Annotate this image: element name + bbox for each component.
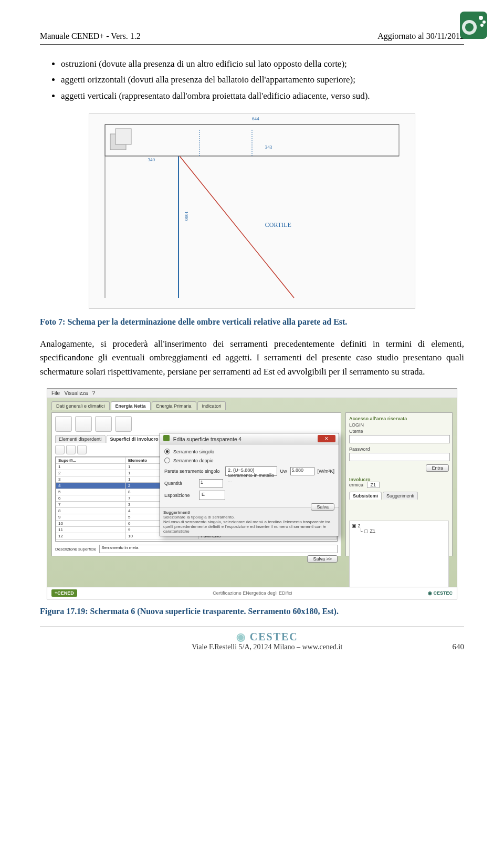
menu-file[interactable]: File — [51, 390, 60, 396]
sugg-text: Nel caso di serramento singolo, selezion… — [163, 520, 335, 534]
dialog-icon — [163, 435, 170, 441]
zona-label: ermica — [349, 482, 363, 487]
password-input[interactable] — [349, 453, 450, 461]
cened-logo-icon — [459, 11, 488, 40]
toolbar-icon[interactable] — [115, 416, 132, 432]
body-paragraph: Analogamente, si procederà all'inserimen… — [40, 337, 464, 379]
bullet-list: ostruzioni (dovute alla presenza di un a… — [40, 57, 464, 103]
tab-indicatori[interactable]: Indicatori — [197, 401, 226, 410]
doc-title: Manuale CENED+ - Vers. 1.2 — [40, 32, 141, 41]
main-tabs: Dati generali e climatici Energia Netta … — [47, 398, 457, 410]
table-cell: 6 — [56, 495, 126, 502]
dimension-label: 644 — [252, 116, 259, 121]
tab-dati-generali[interactable]: Dati generali e climatici — [51, 401, 110, 410]
radio-serramento-doppio[interactable] — [164, 458, 170, 463]
page-footer: ◉ CESTEC Viale F.Restelli 5/A, 20124 Mil… — [40, 630, 464, 651]
toolbar-icon[interactable] — [75, 416, 92, 432]
sugg-title: Suggerimenti — [163, 510, 335, 515]
table-cell: 3 — [56, 476, 126, 483]
statusbar-text: Certificazione ENergetica degli EDifici — [213, 590, 292, 596]
svg-point-2 — [465, 23, 474, 32]
esposizione-select[interactable]: E — [199, 491, 225, 500]
bullet-item: aggetti orizzontali (dovuti alla presenz… — [61, 73, 464, 87]
desc-label: Descrizione superficie — [55, 547, 96, 552]
subtab-superfici[interactable]: Superfici di involucro — [107, 435, 162, 443]
svg-point-5 — [480, 24, 484, 27]
accesso-label: Accesso all'area riservata — [349, 416, 449, 421]
utente-input[interactable] — [349, 435, 450, 443]
table-cell: 11 — [56, 527, 126, 533]
quantita-input[interactable]: 1 — [199, 479, 223, 487]
desc-input[interactable]: Serramento in meta — [99, 545, 338, 553]
cened-badge: +CENED — [51, 589, 77, 597]
salva-button[interactable]: Salva — [311, 503, 334, 511]
quantita-label: Quantità — [164, 481, 196, 486]
uw-value: 5.880 — [290, 467, 314, 475]
tree-root[interactable]: 2 — [358, 523, 361, 528]
table-cell: 5 — [56, 489, 126, 495]
dimension-label: 1000 — [184, 211, 189, 221]
parete-select[interactable]: 2. (U=5.880) Serramento in metallo ... — [225, 466, 277, 476]
right-panel: Accesso all'area riservata LOGIN Utente … — [345, 412, 453, 556]
delete-icon[interactable] — [77, 445, 87, 454]
bullet-item: ostruzioni (dovute alla presenza di un a… — [61, 57, 464, 71]
dimension-label: 343 — [265, 144, 272, 150]
esposizione-label: Esposizione — [164, 493, 196, 498]
table-cell: 10 — [56, 521, 126, 527]
subtab-subsistemi[interactable]: Subsistemi — [349, 492, 382, 500]
close-icon[interactable]: ✕ — [318, 435, 335, 442]
subtab-suggerimenti[interactable]: Suggerimenti — [383, 492, 418, 500]
page-number: 640 — [453, 642, 465, 651]
utente-label: Utente — [349, 429, 449, 434]
col-superficie[interactable]: Superfi... — [56, 458, 126, 464]
uw-unit: [W/m²K] — [318, 469, 335, 474]
status-bar: +CENED Certificazione ENergetica degli E… — [47, 587, 457, 599]
bullet-item: aggetti verticali (rappresentato dall'om… — [61, 89, 464, 103]
toolbar-icon[interactable] — [55, 416, 72, 432]
radio-label: Serramento singolo — [173, 449, 214, 454]
footer-rule — [40, 627, 464, 627]
salva-main-button[interactable]: Salva >> — [307, 555, 338, 563]
cestec-logo-icon: ◉ CESTEC — [82, 630, 453, 643]
plan-drawing: CORTILE 644 340 343 1000 — [89, 113, 415, 309]
tab-energia-netta[interactable]: Energia Netta — [111, 401, 151, 410]
password-label: Password — [349, 447, 449, 452]
table-cell: 4 — [56, 483, 126, 489]
page-header: Manuale CENED+ - Vers. 1.2 Aggiornato al… — [40, 32, 464, 41]
table-cell: 7 — [56, 502, 126, 508]
edit-surface-dialog: Edita superficie trasparente 4 ✕ Serrame… — [160, 433, 339, 536]
svg-point-3 — [479, 16, 483, 20]
table-cell: 8 — [56, 508, 126, 514]
header-rule — [40, 44, 464, 45]
svg-point-4 — [482, 20, 486, 24]
toolbar-icon[interactable] — [95, 416, 112, 432]
dialog-title-text: Edita superficie trasparente 4 — [163, 435, 242, 442]
cestec-badge: ◉ CESTEC — [428, 590, 453, 596]
login-label: LOGIN — [349, 422, 449, 428]
uw-label: Uw — [280, 469, 287, 474]
dialog-suggestions: Suggerimenti Selezionare la tipologia di… — [160, 507, 339, 536]
figure-caption: Foto 7: Schema per la determinazione del… — [40, 317, 464, 327]
doc-date: Aggiornato al 30/11/2012 — [377, 32, 464, 41]
menu-help[interactable]: ? — [92, 390, 96, 396]
tree-child[interactable]: Z1 — [370, 528, 375, 534]
dimension-label: 340 — [148, 157, 155, 162]
tab-energia-primaria[interactable]: Energia Primaria — [152, 401, 196, 410]
menu-bar: File Visualizza ? — [47, 389, 457, 398]
footer-address: Viale F.Restelli 5/A, 20124 Milano – www… — [82, 643, 453, 651]
subtab-elementi[interactable]: Elementi disperdenti — [55, 435, 106, 443]
app-screenshot: File Visualizza ? Dati generali e climat… — [47, 388, 457, 599]
radio-serramento-singolo[interactable] — [164, 449, 170, 454]
radio-label: Serramento doppio — [173, 458, 214, 463]
table-cell: 2 — [56, 470, 126, 476]
edit-icon[interactable] — [66, 445, 76, 454]
add-icon[interactable] — [55, 445, 65, 454]
menu-visualizza[interactable]: Visualizza — [64, 390, 88, 396]
table-cell: 12 — [56, 533, 126, 539]
svg-rect-13 — [116, 129, 131, 144]
table-cell: 9 — [56, 514, 126, 521]
zona-badge: Z1 — [367, 482, 380, 488]
figure-caption: Figura 17.19: Schermata 6 (Nuova superfi… — [40, 607, 464, 616]
cortile-label: CORTILE — [265, 221, 291, 229]
entra-button[interactable]: Entra — [426, 464, 449, 472]
